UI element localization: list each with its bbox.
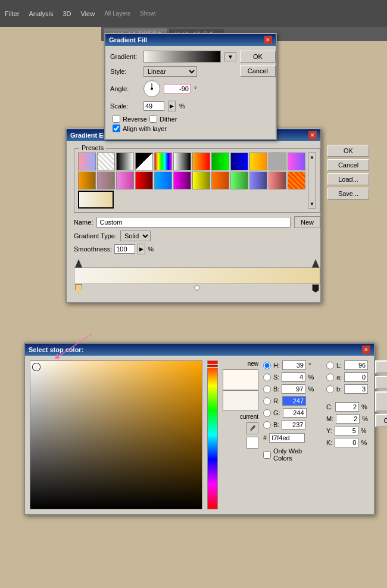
midpoint-diamond[interactable] [195, 285, 199, 290]
y-input[interactable] [335, 426, 358, 435]
preset-swatch-6[interactable] [173, 153, 191, 170]
brightness-input[interactable] [282, 384, 305, 394]
preset-swatch-r5[interactable] [154, 172, 172, 189]
smoothness-input[interactable] [114, 244, 135, 254]
color-field[interactable] [30, 360, 202, 509]
align-checkbox[interactable] [113, 125, 120, 132]
preset-swatch-r9[interactable] [230, 172, 248, 189]
gradient-editor-ok-button[interactable]: OK [327, 145, 369, 157]
preset-swatch-r2[interactable] [97, 172, 115, 189]
select-color-cancel-button[interactable]: Cancel [375, 376, 387, 389]
gradient-dropdown-btn[interactable]: ▼ [224, 52, 236, 61]
b-lab-radio[interactable] [326, 385, 334, 393]
blue-radio[interactable] [263, 421, 271, 429]
l-input[interactable] [344, 360, 368, 370]
opacity-stop-right[interactable] [312, 259, 319, 267]
color-stop-left[interactable] [75, 284, 82, 293]
color-swatch-small[interactable] [246, 437, 258, 449]
gradient-fill-ok-button[interactable]: OK [240, 51, 276, 63]
presets-frame: Presets [74, 148, 320, 213]
preset-swatch-10[interactable] [249, 153, 267, 170]
new-label: new [248, 360, 258, 367]
preset-swatch-r11[interactable] [269, 172, 286, 189]
brightness-radio[interactable] [263, 385, 271, 393]
green-input[interactable] [283, 408, 307, 418]
gradient-editor-cancel-button[interactable]: Cancel [327, 159, 369, 171]
preset-swatch-r10[interactable] [249, 172, 267, 189]
l-radio[interactable] [326, 362, 334, 369]
menu-filter[interactable]: Filter [5, 10, 19, 17]
gradient-bar[interactable] [74, 267, 320, 284]
presets-scroll-up[interactable]: ▲ [310, 154, 314, 160]
preset-swatch-8[interactable] [211, 153, 229, 170]
color-libraries-button[interactable]: Color Libraries [375, 414, 387, 427]
c-input[interactable] [335, 402, 359, 412]
gradient-editor-save-button[interactable]: Save... [327, 188, 369, 200]
angle-input[interactable] [164, 84, 191, 94]
l-label: L: [336, 362, 342, 369]
style-select[interactable]: Linear [143, 66, 197, 77]
menu-view[interactable]: View [80, 10, 95, 17]
opacity-stop-left[interactable] [75, 259, 82, 267]
gradient-fill-cancel-button[interactable]: Cancel [240, 65, 276, 77]
hue-radio[interactable] [263, 362, 271, 369]
smoothness-stepper[interactable]: ▶ [138, 244, 145, 254]
m-input[interactable] [336, 414, 360, 424]
preset-swatch-r3[interactable] [116, 172, 134, 189]
gradient-preview[interactable] [143, 51, 221, 63]
preset-swatch-12[interactable] [288, 153, 305, 170]
add-to-swatches-button[interactable]: Add To Swatches [375, 391, 387, 412]
preset-swatch-4[interactable] [135, 153, 153, 170]
preset-swatch-r6[interactable] [173, 172, 191, 189]
select-stop-color-close-button[interactable]: ✕ [362, 346, 370, 354]
hue-input[interactable] [282, 360, 306, 370]
a-input[interactable] [344, 372, 368, 382]
select-color-ok-button[interactable]: OK [375, 360, 387, 374]
saturation-radio[interactable] [263, 374, 271, 381]
hue-unit: ° [308, 362, 317, 369]
preset-swatch-r12[interactable] [288, 172, 305, 189]
show-label: Show: [140, 10, 157, 17]
preset-swatch-custom[interactable] [78, 191, 114, 209]
gradient-type-select[interactable]: Solid [120, 231, 151, 241]
angle-dial[interactable] [143, 80, 160, 97]
eyedropper-button[interactable] [246, 422, 258, 434]
only-web-checkbox[interactable] [263, 451, 271, 459]
k-input[interactable] [335, 438, 358, 447]
saturation-input[interactable] [282, 372, 305, 382]
gradient-editor-load-button[interactable]: Load... [327, 173, 369, 185]
green-radio[interactable] [263, 409, 271, 417]
new-button[interactable]: New [294, 216, 320, 228]
preset-swatch-r1[interactable] [78, 172, 96, 189]
blue-input[interactable] [282, 420, 305, 430]
preset-swatch-3[interactable] [116, 153, 134, 170]
dither-checkbox[interactable] [149, 115, 157, 123]
reverse-checkbox[interactable] [113, 115, 120, 123]
red-radio[interactable] [263, 397, 271, 405]
preset-swatch-r8[interactable] [211, 172, 229, 189]
preset-swatch-5[interactable] [154, 153, 172, 170]
hex-input[interactable] [269, 433, 305, 443]
menu-3d[interactable]: 3D [63, 10, 71, 17]
preset-swatch-r7[interactable] [192, 172, 210, 189]
editor-left: Presets [70, 145, 324, 298]
preset-swatch-7[interactable] [192, 153, 210, 170]
hue-strip[interactable] [207, 360, 218, 509]
presets-scroll-down[interactable]: ▼ [310, 201, 314, 207]
color-stop-right[interactable] [312, 284, 319, 293]
preset-swatch-1[interactable] [78, 153, 96, 170]
style-label: Style: [110, 68, 140, 75]
scale-input[interactable] [143, 101, 164, 111]
name-input[interactable] [96, 217, 291, 228]
preset-swatch-2[interactable] [97, 153, 115, 170]
gradient-fill-close-button[interactable]: ✕ [264, 36, 272, 44]
preset-swatch-r4[interactable] [135, 172, 153, 189]
b-lab-input[interactable] [344, 384, 368, 394]
preset-swatch-9[interactable] [230, 153, 248, 170]
preset-swatch-11[interactable] [269, 153, 286, 170]
gradient-editor-close-button[interactable]: ✕ [308, 131, 317, 139]
red-input[interactable] [282, 396, 306, 406]
menu-analysis[interactable]: Analysis [29, 10, 53, 17]
a-radio[interactable] [326, 374, 334, 381]
scale-stepper[interactable]: ▶ [168, 101, 176, 111]
